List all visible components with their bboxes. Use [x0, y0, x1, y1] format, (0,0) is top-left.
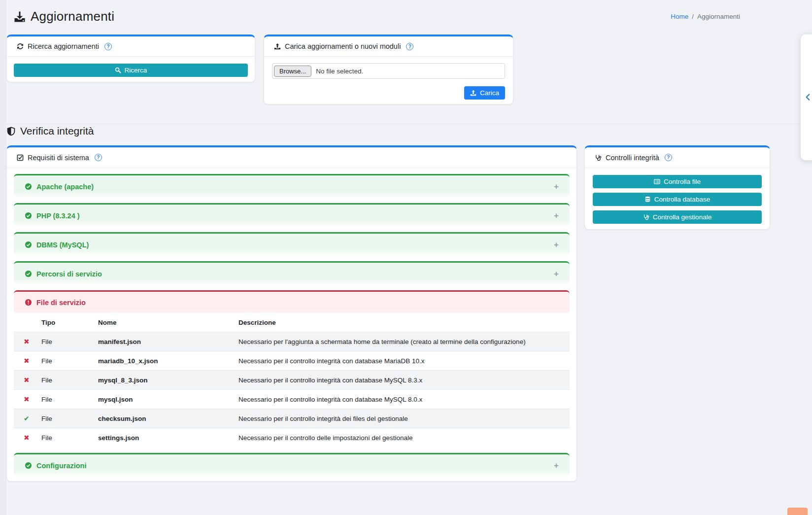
cell-descrizione: Necessario per il controllo integrità de…	[235, 409, 570, 428]
check-files-label: Controlla file	[664, 178, 701, 185]
integrity-controls-body: Controlla file Controlla database Contro…	[585, 168, 770, 232]
accordion-dbms[interactable]: DBMS (MySQL) +	[14, 232, 570, 256]
upload-panel: Carica aggiornamenti o nuovi moduli ? Br…	[264, 34, 513, 104]
accordion-php[interactable]: PHP (8.3.24 ) +	[14, 203, 570, 227]
accordion-configurations[interactable]: Configurazioni +	[14, 453, 570, 477]
cell-tipo: File	[37, 390, 94, 409]
page: Aggiornamenti Home / Aggiornamenti Ricer…	[0, 0, 812, 515]
chevron-left-icon	[804, 93, 812, 102]
accordion-configurations-label: Configurazioni	[36, 462, 87, 470]
accordion-service-paths[interactable]: Percorsi di servizio +	[14, 261, 570, 285]
search-icon	[115, 67, 121, 73]
list-icon	[654, 178, 660, 185]
cell-tipo: File	[37, 332, 94, 351]
accordion-service-files: File di servizio Tipo Nome Descrizione	[14, 290, 570, 447]
search-updates-body: Ricerca	[7, 57, 255, 84]
database-icon	[644, 196, 651, 203]
plus-icon[interactable]: +	[554, 240, 559, 249]
integrity-section-label: Verifica integrità	[20, 125, 94, 137]
stethoscope-icon	[595, 154, 602, 161]
cross-icon: ✖	[24, 357, 30, 365]
cross-icon: ✖	[24, 395, 30, 403]
cell-nome: mariadb_10_x.json	[94, 351, 235, 371]
cross-icon: ✖	[24, 434, 30, 442]
help-icon[interactable]: ?	[665, 154, 672, 161]
accordion-service-paths-label: Percorsi di servizio	[36, 270, 102, 278]
upload-button[interactable]: Carica	[464, 86, 505, 100]
nome-column-header: Nome	[94, 313, 235, 332]
plus-icon[interactable]: +	[554, 211, 559, 220]
integrity-section-title: Verifica integrità	[6, 124, 94, 138]
cell-nome: settings.json	[94, 428, 235, 447]
descrizione-column-header: Descrizione	[235, 313, 570, 332]
breadcrumb: Home / Aggiornamenti	[671, 13, 740, 20]
check-database-button[interactable]: Controlla database	[593, 193, 762, 206]
table-row: ✖ File mariadb_10_x.json Necessario per …	[14, 351, 570, 371]
cell-tipo: File	[37, 428, 94, 447]
help-icon[interactable]: ?	[104, 43, 112, 50]
exclamation-circle-icon	[25, 299, 32, 306]
system-requirements-panel: Requisiti di sistema ? Apache (apache) +…	[6, 145, 577, 481]
system-requirements-body: Apache (apache) + PHP (8.3.24 ) + DBMS (…	[7, 168, 576, 492]
scroll-top-button[interactable]	[787, 508, 808, 515]
slideout-panel-handle[interactable]	[801, 34, 812, 160]
page-header: Aggiornamenti	[14, 9, 114, 24]
accordion-service-files-label: File di servizio	[36, 299, 86, 307]
accordion-apache-label: Apache (apache)	[36, 183, 94, 191]
shield-icon	[6, 126, 16, 137]
cross-icon: ✖	[24, 338, 30, 345]
search-updates-header: Ricerca aggiornamenti ?	[7, 36, 255, 57]
cell-descrizione: Necessario per il controllo integrità co…	[235, 371, 570, 390]
check-circle-icon	[25, 212, 32, 219]
cell-nome: mysql_8_3.json	[94, 371, 235, 390]
browse-button[interactable]: Browse...	[274, 66, 311, 77]
system-requirements-header: Requisiti di sistema ?	[7, 147, 576, 168]
help-icon[interactable]: ?	[95, 154, 102, 161]
search-updates-panel: Ricerca aggiornamenti ? Ricerca	[6, 34, 255, 82]
table-row: ✖ File mysql_8_3.json Necessario per il …	[14, 371, 570, 390]
upload-header: Carica aggiornamenti o nuovi moduli ?	[264, 36, 513, 57]
table-header-row: Tipo Nome Descrizione	[14, 313, 570, 332]
cell-tipo: File	[37, 351, 94, 371]
table-row: ✖ File manifest.json Necessario per l'ag…	[14, 332, 570, 351]
accordion-service-files-header[interactable]: File di servizio	[14, 292, 570, 313]
search-updates-title: Ricerca aggiornamenti	[28, 42, 99, 50]
upload-icon	[470, 90, 476, 96]
check-management-button[interactable]: Controlla gestionale	[593, 210, 762, 224]
cell-tipo: File	[37, 371, 94, 390]
accordion-php-label: PHP (8.3.24 )	[36, 212, 80, 220]
plus-icon[interactable]: +	[554, 270, 559, 278]
file-input[interactable]: Browse... No file selected.	[272, 63, 505, 79]
file-status-text: No file selected.	[316, 68, 363, 75]
cell-descrizione: Necessario per il controllo delle impost…	[235, 428, 570, 447]
breadcrumb-current: Aggiornamenti	[697, 13, 740, 20]
plus-icon[interactable]: +	[554, 461, 559, 470]
service-files-table: Tipo Nome Descrizione ✖ File manifest.js…	[14, 313, 570, 447]
cell-descrizione: Necessario per il controllo integrità co…	[235, 351, 570, 371]
upload-button-label: Carica	[480, 89, 499, 97]
upload-body: Browse... No file selected. Carica	[264, 57, 513, 106]
cell-nome: checksum.json	[94, 409, 235, 428]
integrity-controls-header: Controlli integrità ?	[585, 147, 770, 168]
check-circle-icon	[25, 241, 32, 248]
check-circle-icon	[25, 462, 32, 469]
breadcrumb-home-link[interactable]: Home	[671, 13, 688, 20]
accordion-dbms-label: DBMS (MySQL)	[36, 241, 89, 249]
help-icon[interactable]: ?	[406, 43, 413, 50]
cell-nome: manifest.json	[94, 332, 235, 351]
cell-descrizione: Necessario per il controllo integrità co…	[235, 390, 570, 409]
upload-title: Carica aggiornamenti o nuovi moduli	[285, 42, 401, 50]
table-row: ✖ File mysql.json Necessario per il cont…	[14, 390, 570, 409]
section-divider	[6, 124, 812, 124]
tipo-column-header: Tipo	[37, 313, 94, 332]
upload-actions: Carica	[272, 86, 505, 100]
download-icon	[14, 11, 26, 23]
check-files-button[interactable]: Controlla file	[593, 175, 762, 188]
cell-nome: mysql.json	[94, 390, 235, 409]
page-title: Aggiornamenti	[31, 9, 114, 24]
search-button[interactable]: Ricerca	[14, 64, 248, 77]
accordion-apache[interactable]: Apache (apache) +	[14, 174, 570, 198]
plus-icon[interactable]: +	[554, 182, 559, 191]
sync-icon	[17, 43, 24, 50]
integrity-controls-panel: Controlli integrità ? Controlla file Con…	[584, 145, 770, 230]
